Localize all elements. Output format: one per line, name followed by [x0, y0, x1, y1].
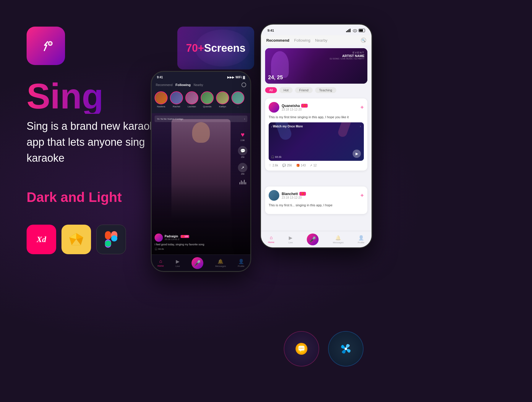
p2-share-button[interactable]: ↗ 12: [310, 164, 317, 167]
p2-filter-row: All Hot Friend Teaching: [265, 87, 336, 93]
p2-post1-actions: ♡ 2.6k 💬 256 🎁 143 ↗ 12: [269, 164, 364, 167]
svg-point-17: [355, 30, 356, 31]
list-item: Quanda: [201, 91, 214, 108]
p1-avatar-5[interactable]: [216, 91, 229, 104]
p2-event-label: EVENT: [330, 51, 364, 54]
p1-tab-following[interactable]: Following: [176, 83, 191, 87]
p1-avatar-2[interactable]: [170, 91, 183, 104]
tool-figma: [96, 225, 126, 254]
p1-tab-recommend[interactable]: Recommend: [156, 83, 173, 87]
tool-xd: Xd: [27, 225, 56, 254]
p1-singer-bg: [152, 113, 250, 255]
p2-time: 9:41: [267, 29, 274, 32]
p1-listeners: 🎧 68.6k: [155, 248, 164, 250]
mode-label: Dark and Light: [27, 189, 122, 205]
p1-heart-item[interactable]: ♥ 2.6K: [238, 131, 247, 141]
p2-post1-follow-button[interactable]: +: [360, 104, 364, 111]
p2-nav-home[interactable]: ⌂ Home: [268, 235, 274, 244]
p1-wifi: WiFi: [236, 76, 242, 79]
p2-artist-name: ARTIST NAME: [330, 54, 364, 58]
tools-row: Xd: [27, 225, 126, 254]
svg-rect-13: [346, 31, 347, 32]
p1-avatar-1[interactable]: [155, 91, 168, 104]
p2-tab-recommend[interactable]: Recommend: [266, 38, 289, 43]
phone-light: 9:41 Recommend Following Nearby 🔍: [260, 24, 372, 248]
p1-avatar-4[interactable]: [201, 91, 214, 104]
p1-avatar-3[interactable]: [185, 91, 198, 104]
p1-tab-nearby[interactable]: Nearby: [194, 83, 203, 87]
p2-video-label: ♪ Watch my Once More: [271, 125, 303, 128]
p1-heart-count: 2.6K: [241, 139, 245, 141]
p1-name-3: Lachlan: [188, 105, 196, 108]
screens-count: 70+Screens: [186, 42, 245, 54]
app-icon: [27, 27, 65, 65]
p2-comment-button[interactable]: 💬 256: [282, 164, 292, 167]
p2-tab-following[interactable]: Following: [294, 38, 310, 43]
p1-nav-home[interactable]: ⌂ Home: [158, 259, 164, 267]
p2-event-subtitle: DJ SONIC / LIVE MUSIC / DJ PARTY: [330, 58, 364, 60]
p1-search-icon[interactable]: [241, 82, 246, 87]
p1-singer-avatar: [155, 234, 163, 242]
p2-nav-live[interactable]: ▶ Live: [288, 235, 293, 244]
p2-post1-avatar: [269, 102, 279, 113]
svg-point-20: [300, 348, 301, 349]
p2-chip-all[interactable]: All: [265, 87, 277, 93]
p1-nav-profile[interactable]: 👤 Profile: [238, 259, 244, 268]
p2-post2-live-badge: 🔴: [299, 192, 306, 196]
p1-singer-timestamp: 20:36 13-01-2: [165, 238, 189, 241]
p1-name-1: Nadiera: [157, 105, 165, 108]
p2-post2-follow-button[interactable]: +: [360, 192, 364, 199]
p2-tab-nearby[interactable]: Nearby: [315, 38, 327, 43]
p1-nav-messages[interactable]: 🔔 Messages: [215, 259, 226, 268]
list-item: Rachel: [170, 91, 183, 108]
p1-comment-item[interactable]: 💬 256: [238, 146, 247, 158]
svg-rect-11: [111, 235, 117, 241]
p1-live-badge: 🔴 LIV: [181, 235, 189, 238]
p1-avatar-6[interactable]: [231, 91, 244, 104]
p1-navigation: Recommend Following Nearby: [152, 81, 250, 89]
p2-event-info: EVENT ARTIST NAME DJ SONIC / LIVE MUSIC …: [330, 51, 364, 60]
p1-caption: I feel good today, singing my favorite s…: [155, 243, 236, 247]
p2-nav-sing[interactable]: 🎤: [307, 234, 319, 245]
p2-gift-button[interactable]: 🎁 143: [296, 164, 306, 167]
svg-rect-14: [347, 30, 348, 32]
p2-nav-messages[interactable]: 🔔 Messages: [333, 235, 343, 244]
p1-name-6: ...: [237, 105, 239, 108]
p1-notch: [186, 72, 216, 80]
p2-event-date: 24, 25: [268, 74, 283, 81]
svg-point-21: [301, 348, 302, 349]
p2-event-banner: EVENT ARTIST NAME DJ SONIC / LIVE MUSIC …: [265, 48, 367, 84]
p1-name-5: Kaitlyn: [219, 105, 226, 108]
p1-bottom-info: Padraigin 🔴 LIV 20:36 13-01-2 I feel goo…: [155, 234, 236, 250]
list-item: Lachlan: [185, 91, 198, 108]
p2-post1-video[interactable]: ♪ Watch my Once More › ▶ 🎧 68.6k: [269, 122, 364, 161]
svg-rect-8: [105, 231, 111, 239]
p2-like-button[interactable]: ♡ 2.6k: [269, 164, 278, 167]
tool-sketch: [61, 225, 91, 254]
p1-song-title: Yo Ya No Vuelvo Contigo: [157, 118, 183, 120]
p1-singer-username: Padraigin: [165, 235, 178, 238]
svg-rect-15: [348, 29, 349, 32]
p2-notch: [301, 25, 331, 32]
svg-rect-16: [350, 29, 351, 32]
p2-video-count: 🎧 68.6k: [271, 155, 282, 158]
p1-following-row: Nadiera Rachel Lachlan Quanda Kaitlyn ..…: [152, 90, 250, 110]
p2-post1-time: 23:18 13-12-20: [282, 108, 358, 111]
p1-battery: ▓: [243, 76, 245, 79]
p2-search-icon[interactable]: 🔍: [361, 38, 366, 43]
p2-post2-avatar: [269, 190, 279, 201]
p2-chip-teaching[interactable]: Teaching: [315, 87, 336, 93]
p2-post-2: Blanchett 🔴 23:18 13-12-20 + This is my …: [265, 187, 367, 214]
svg-point-22: [303, 348, 304, 349]
p1-nav-live[interactable]: ▶ Live: [176, 259, 180, 268]
p2-post2-time: 23:18 13-12-20: [282, 196, 358, 199]
p2-chip-friend[interactable]: Friend: [295, 87, 312, 93]
p1-name-2: Rachel: [173, 105, 180, 108]
p2-nav-profile[interactable]: 👤 Profile: [358, 235, 364, 244]
p2-post1-live-badge: 🔴: [301, 104, 308, 108]
p1-share-count: 256: [241, 173, 244, 175]
p2-chip-hot[interactable]: Hot: [279, 87, 293, 93]
p1-nav-sing[interactable]: 🎤: [192, 257, 203, 269]
p1-share-item[interactable]: ↗ 256: [238, 163, 247, 175]
p1-time: 9:41: [157, 76, 163, 79]
